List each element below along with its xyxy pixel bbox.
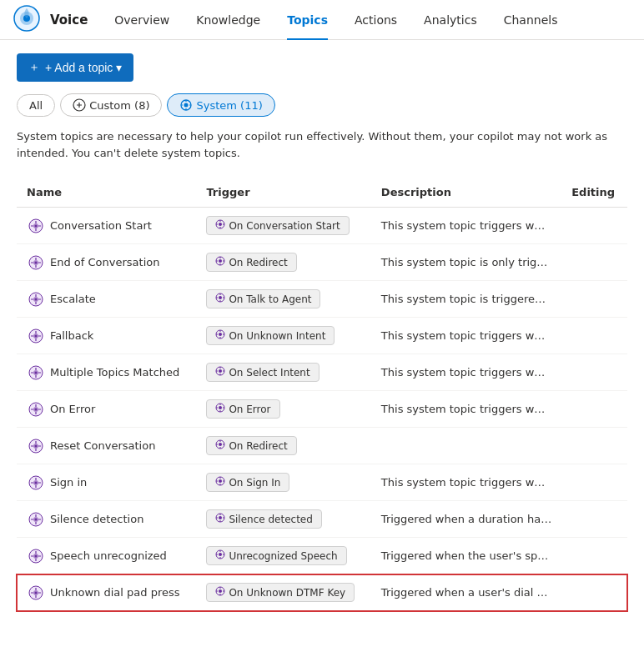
system-tab-icon [179,98,193,112]
editing-cell [561,354,627,391]
table-row[interactable]: Conversation Start On Conversation Start… [17,208,627,244]
trigger-badge: On Conversation Start [206,216,349,235]
topic-icon [27,217,45,235]
trigger-badge: On Talk to Agent [206,289,320,308]
svg-point-30 [219,369,222,373]
trigger-badge-icon [215,293,225,305]
trigger-badge-icon [215,549,225,562]
name-cell: Fallback [17,318,196,354]
svg-point-5 [184,103,189,108]
svg-point-38 [35,444,38,447]
topic-name: Multiple Topics Matched [50,366,179,379]
table-row[interactable]: On Error On Error This system topic trig… [17,391,627,428]
nav-overview[interactable]: Overview [104,0,179,40]
filter-all[interactable]: All [17,94,55,117]
table-row[interactable]: Escalate On Talk to Agent This system to… [17,281,627,318]
trigger-cell: On Redirect [196,244,370,281]
name-cell: Silence detection [17,501,196,538]
add-topic-button[interactable]: ＋ + Add a topic ▾ [17,53,133,82]
editing-cell [561,208,627,244]
svg-point-48 [35,518,38,520]
topic-icon [27,584,45,602]
trigger-cell: On Select Intent [196,354,370,391]
name-cell: Conversation Start [17,208,196,244]
table-row[interactable]: Fallback On Unknown Intent This system t… [17,318,627,354]
table-row[interactable]: Reset Conversation On Redirect [17,428,627,464]
svg-point-10 [219,223,222,226]
topic-icon [27,364,45,382]
description-cell: This system topic is triggered when t... [371,281,561,318]
trigger-cell: On Talk to Agent [196,281,370,318]
table-row[interactable]: Multiple Topics Matched On Select Intent… [17,354,627,391]
name-cell: Escalate [17,281,196,318]
table-row[interactable]: Sign in On Sign In This system topic tri… [17,464,627,501]
svg-point-28 [35,371,38,374]
trigger-cell: On Unknown Intent [196,318,370,354]
trigger-label: Silence detected [229,514,312,525]
svg-point-25 [219,333,222,336]
description-cell [371,428,561,464]
table-row[interactable]: Silence detection Silence detected Trigg… [17,501,627,538]
nav-channels[interactable]: Channels [494,0,568,40]
svg-point-45 [219,479,222,483]
add-topic-plus-icon: ＋ [28,60,40,75]
editing-cell [561,464,627,501]
col-header-description: Description [371,178,561,208]
trigger-badge: On Select Intent [206,363,319,382]
nav-actions[interactable]: Actions [345,0,407,40]
topic-icon [27,327,45,345]
nav-topics[interactable]: Topics [277,0,338,40]
table-row[interactable]: Speech unrecognized Unrecognized Speech … [17,538,627,574]
app-title: Voice [50,13,88,28]
trigger-label: On Unknown Intent [229,330,325,342]
trigger-badge: On Error [206,399,279,419]
table-row[interactable]: End of Conversation On Redirect This sys… [17,244,627,281]
name-cell: Speech unrecognized [17,538,196,574]
topic-icon [27,253,45,272]
trigger-badge: Silence detected [206,509,321,529]
name-cell: End of Conversation [17,244,196,281]
svg-point-18 [35,298,38,300]
trigger-badge: Unrecognized Speech [206,546,346,565]
content-area: ＋ + Add a topic ▾ All Custom (8) System … [0,40,644,624]
trigger-cell: On Error [196,391,370,428]
app-logo [13,5,43,34]
trigger-cell: Unrecognized Speech [196,538,370,574]
trigger-badge: On Unknown Intent [206,326,335,345]
svg-point-55 [219,553,222,556]
topic-icon [27,474,45,492]
trigger-badge-icon [215,476,225,489]
description-cell: Triggered when a duration has passe... [371,501,561,538]
filter-system[interactable]: System (11) [167,93,274,117]
trigger-badge: On Redirect [206,436,296,455]
trigger-cell: On Redirect [196,428,370,464]
editing-cell [561,428,627,464]
nav-knowledge[interactable]: Knowledge [186,0,270,40]
trigger-badge-icon [215,439,225,452]
nav-analytics[interactable]: Analytics [414,0,487,40]
trigger-badge: On Unknown DTMF Key [206,583,355,602]
filter-custom[interactable]: Custom (8) [60,93,162,117]
svg-point-20 [219,296,222,299]
trigger-badge-icon [215,513,225,525]
topic-name: Escalate [50,293,96,305]
topic-name: On Error [50,403,95,415]
trigger-badge: On Sign In [206,473,289,492]
col-header-trigger: Trigger [196,178,370,208]
svg-point-50 [219,516,222,519]
editing-cell [561,538,627,574]
topics-table: Name Trigger Description Editing Convers… [17,178,627,611]
trigger-label: On Error [229,404,270,415]
trigger-badge-icon [215,366,225,379]
trigger-cell: On Conversation Start [196,208,370,244]
topic-name: Speech unrecognized [50,549,167,562]
trigger-badge-icon [215,219,225,232]
trigger-badge-icon [215,586,225,599]
description-cell: This system topic triggers when the u... [371,318,561,354]
description-cell: This system topic is only triggered by .… [371,244,561,281]
topic-name: Conversation Start [50,219,152,232]
editing-cell [561,574,627,611]
trigger-label: On Redirect [229,257,287,268]
table-row[interactable]: Unknown dial pad press On Unknown DTMF K… [17,574,627,611]
svg-point-58 [35,591,38,594]
